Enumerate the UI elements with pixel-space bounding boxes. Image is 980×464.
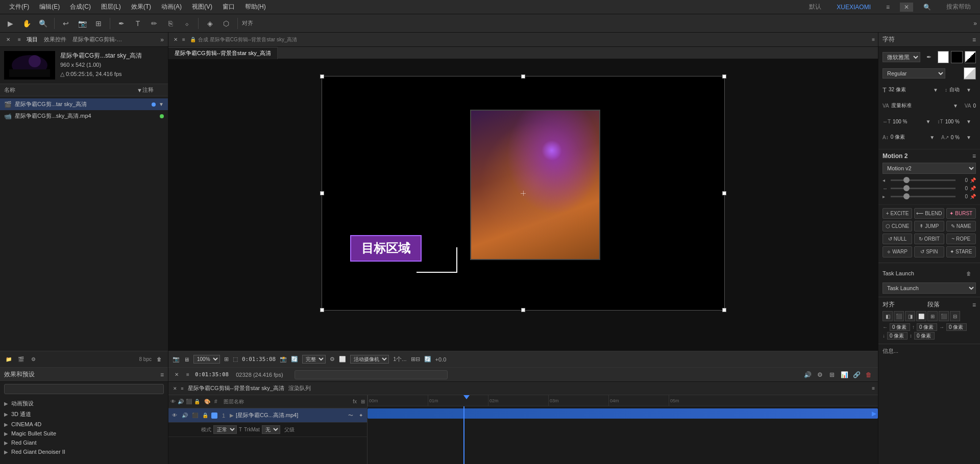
- offset-right-input[interactable]: [946, 323, 967, 331]
- viewer-icon-2[interactable]: 🖥: [184, 356, 189, 363]
- baseline-dropdown[interactable]: ▼: [925, 130, 939, 144]
- layer-solo-btn[interactable]: ⬛: [191, 411, 199, 420]
- menu-effect[interactable]: 效果(T): [126, 2, 156, 12]
- menu-edit[interactable]: 编辑(E): [34, 2, 65, 12]
- tl-close-btn[interactable]: 🗑: [864, 370, 874, 380]
- handle-ml[interactable]: [320, 191, 324, 195]
- null-btn[interactable]: ↺ NULL: [883, 234, 912, 244]
- hand-tool[interactable]: ✋: [19, 16, 34, 31]
- excite-btn[interactable]: + EXCITE: [883, 208, 912, 219]
- handle-tr[interactable]: [722, 74, 726, 79]
- comp-subtab[interactable]: 星际争霸CG剪辑--背景音star sky_高清: [168, 47, 278, 59]
- motion-pin-2[interactable]: 📌: [970, 185, 976, 191]
- tl-lock-btn[interactable]: ⚙: [815, 370, 825, 380]
- layer-effects-icon[interactable]: ✦: [357, 411, 365, 420]
- font-gradient-swatch[interactable]: [965, 51, 976, 63]
- align-center-v-btn[interactable]: ⊞: [927, 311, 938, 321]
- blend-mode-select[interactable]: 正常: [213, 425, 237, 434]
- blend-btn[interactable]: ⟵ BLEND: [914, 208, 944, 219]
- grid-tool[interactable]: ⊞: [91, 16, 106, 31]
- burst-btn[interactable]: ✦ BURST: [946, 208, 976, 219]
- fit-icon[interactable]: ⊞: [224, 356, 229, 363]
- font-color-swatch[interactable]: [938, 51, 949, 63]
- layer-expand-icon[interactable]: ▶: [230, 413, 234, 418]
- warp-btn[interactable]: ⟡ WARP: [883, 246, 912, 257]
- slider-knob-1[interactable]: [903, 177, 910, 183]
- stare-btn[interactable]: ✦ STARE: [946, 246, 976, 257]
- tl-link-btn[interactable]: 🔗: [851, 370, 862, 380]
- font-size-auto-dropdown[interactable]: ▼: [962, 83, 976, 97]
- motion-slider-track-3[interactable]: [891, 196, 955, 197]
- render-queue-tab[interactable]: 渲染队列: [288, 384, 311, 392]
- effects-item[interactable]: ▶ Magic Bullet Suite: [0, 429, 168, 438]
- puppet-tool[interactable]: ◈: [203, 16, 217, 31]
- stroke-preview[interactable]: [964, 67, 976, 80]
- list-item[interactable]: 🎬 星际争霸CG剪...tar sky_高清 ▼: [0, 98, 168, 110]
- handle-bl[interactable]: [320, 308, 324, 312]
- motion-slider-track-2[interactable]: [891, 188, 955, 189]
- new-folder-btn[interactable]: 📁: [4, 355, 13, 364]
- undo-btn[interactable]: ↩: [59, 16, 73, 31]
- item-extra-icon[interactable]: ▼: [159, 101, 164, 107]
- menu-composition[interactable]: 合成(C): [65, 2, 96, 12]
- close-timeline-btn[interactable]: ✕: [173, 371, 181, 379]
- align-left-btn[interactable]: ◧: [883, 311, 893, 321]
- menu-layer[interactable]: 图层(L): [96, 2, 126, 12]
- menu-window[interactable]: 窗口: [217, 2, 240, 12]
- new-comp-btn[interactable]: 🎬: [16, 355, 26, 364]
- select-tool[interactable]: ▶: [3, 16, 17, 31]
- effects-control-tab[interactable]: 效果控件: [44, 36, 66, 43]
- layer-audio-btn[interactable]: 🔊: [181, 411, 189, 420]
- handle-tl[interactable]: [320, 74, 324, 79]
- pen-tool[interactable]: ✒: [114, 16, 129, 31]
- task-launch-delete[interactable]: 🗑: [962, 266, 976, 280]
- settings-icon[interactable]: ⚙: [330, 356, 335, 363]
- text-overlay-element[interactable]: 目标区域: [350, 235, 422, 262]
- effects-menu-icon[interactable]: ≡: [160, 371, 164, 378]
- tl-solo-btn[interactable]: 🔊: [802, 370, 813, 380]
- font-name-select[interactable]: 微软雅黑: [883, 52, 920, 62]
- kerning-dropdown[interactable]: ▼: [948, 98, 963, 113]
- panel-menu-btn[interactable]: ≡: [15, 36, 23, 44]
- effects-item[interactable]: ▶ 3D 通道: [0, 409, 168, 420]
- quality-select[interactable]: 完整: [302, 355, 326, 364]
- align-center-h-btn[interactable]: ⬛: [894, 311, 904, 321]
- trkmat-select[interactable]: 无: [262, 425, 280, 434]
- motion-slider-track-1[interactable]: [891, 179, 955, 181]
- shape-tool[interactable]: ⬡: [219, 16, 233, 31]
- expand-icon[interactable]: ≡: [881, 3, 895, 12]
- refresh-icon[interactable]: 🔄: [291, 356, 298, 363]
- comp-panel-btn[interactable]: ≡: [180, 36, 188, 44]
- tl-menu-icon[interactable]: ≡: [872, 385, 875, 391]
- jump-btn[interactable]: ↟ JUMP: [914, 221, 944, 231]
- rope-btn[interactable]: ~ ROPE: [946, 234, 976, 244]
- motion2-menu-icon[interactable]: ≡: [972, 152, 976, 160]
- layer-track-bar[interactable]: [368, 408, 878, 419]
- motion-pin-3[interactable]: 📌: [970, 193, 976, 199]
- task-launch-select[interactable]: Task Launch: [883, 282, 976, 294]
- align-top-btn[interactable]: ⬜: [916, 311, 926, 321]
- right-panel-menu[interactable]: ≡: [972, 36, 976, 43]
- expand-panels-icon[interactable]: »: [973, 20, 977, 27]
- offset-left-input[interactable]: [890, 323, 910, 331]
- offset-v-input[interactable]: [914, 332, 935, 340]
- effects-item[interactable]: ▶ Red Giant Denoiser II: [0, 447, 168, 456]
- font-style-select[interactable]: Regular: [883, 68, 945, 79]
- font-style-eyedropper[interactable]: [947, 66, 962, 81]
- motion-preset-select[interactable]: Motion v2: [883, 163, 976, 174]
- timeline-menu-btn[interactable]: ≡: [184, 371, 192, 379]
- track-right-handle[interactable]: ▶: [870, 406, 878, 421]
- menu-view[interactable]: 视图(V): [187, 2, 217, 12]
- camera-select[interactable]: 活动摄像机: [350, 355, 389, 364]
- layer-row[interactable]: 👁 🔊 ⬛ 🔒 1 ▶ [星际争霸CG...高清.mp4] 〜 ✦: [168, 408, 367, 423]
- font-eyedropper[interactable]: ✒: [922, 50, 936, 64]
- align-extra-btn[interactable]: ⊟: [950, 311, 960, 321]
- orbit-btn[interactable]: ↻ ORBIT: [914, 234, 944, 244]
- effects-item[interactable]: ▶ CINEMA 4D: [0, 420, 168, 429]
- tl-tab-lock[interactable]: ≡: [179, 385, 186, 392]
- close-icon[interactable]: ✕: [900, 3, 913, 12]
- tl-tab-close[interactable]: ✕: [172, 385, 179, 392]
- effects-search-input[interactable]: [4, 384, 164, 394]
- menu-help[interactable]: 帮助(H): [240, 2, 271, 12]
- settings-btn[interactable]: ⚙: [29, 355, 38, 364]
